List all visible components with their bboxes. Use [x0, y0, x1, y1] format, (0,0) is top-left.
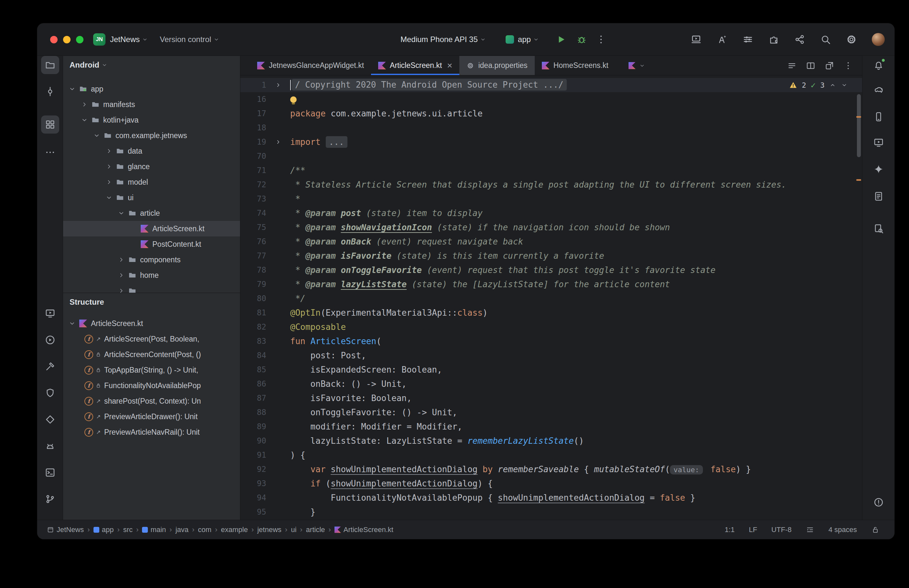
code-line-88[interactable]: 88 onToggleFavorite: () -> Unit, — [241, 405, 862, 420]
problems-icon[interactable] — [870, 493, 888, 511]
hidden-tabs-dropdown[interactable] — [628, 56, 645, 75]
structure-item-topappbar[interactable]: fTopAppBar(String, () -> Unit, — [63, 362, 240, 378]
code-line-90[interactable]: 90 lazyListState: LazyListState = rememb… — [241, 434, 862, 448]
indent-icon[interactable] — [806, 526, 814, 534]
tree-item-postcontent-kt[interactable]: PostContent.kt — [63, 236, 240, 252]
tree-item-app[interactable]: app — [63, 81, 240, 97]
code-line-79[interactable]: 79 * @param lazyListState (state) the [L… — [241, 277, 862, 291]
tree-item-glance[interactable]: glance — [63, 159, 240, 174]
device-explorer-icon[interactable] — [870, 220, 888, 238]
scrollbar-thumb[interactable] — [857, 94, 861, 157]
app-inspection-icon[interactable] — [41, 384, 59, 402]
split-editor-icon[interactable] — [806, 61, 815, 71]
ai-assistant-icon[interactable] — [717, 34, 728, 45]
tree-item-components[interactable]: components — [63, 252, 240, 268]
code-line-74[interactable]: 74 * @param post (state) item to display — [241, 206, 862, 220]
tree-item-data[interactable]: data — [63, 143, 240, 159]
chevron-right-icon[interactable] — [118, 256, 127, 263]
chevron-down-icon[interactable] — [68, 85, 78, 93]
gemini-icon[interactable] — [870, 160, 888, 178]
tabs-list-icon[interactable] — [787, 61, 797, 71]
chevron-right-icon[interactable] — [105, 163, 115, 170]
chevron-right-icon[interactable] — [105, 178, 115, 186]
chevron-down-icon[interactable] — [105, 194, 115, 202]
next-problem-icon[interactable] — [841, 81, 848, 89]
minimize-window-button[interactable] — [63, 36, 71, 44]
code-line-76[interactable]: 76 * @param onBack (event) request navig… — [241, 234, 862, 249]
project-selector[interactable]: JetNews — [110, 35, 148, 44]
breadcrumb-articlescreen-kt[interactable]: ArticleScreen.kt — [334, 526, 393, 534]
tree-item-manifests[interactable]: manifests — [63, 97, 240, 112]
line-separator[interactable]: LF — [749, 526, 757, 534]
code-line-1[interactable]: 1/ Copyright 2020 The Android Open Sourc… — [241, 78, 862, 92]
breadcrumb-java[interactable]: java — [175, 526, 188, 534]
chevron-down-icon[interactable] — [93, 132, 103, 139]
close-window-button[interactable] — [50, 36, 58, 44]
notifications-bell-icon[interactable] — [870, 56, 888, 74]
structure-item-functionalitynotavailablepop[interactable]: fFunctionalityNotAvailablePop — [63, 378, 240, 393]
code-line-85[interactable]: 85 isExpandedScreen: Boolean, — [241, 363, 862, 377]
device-streaming-icon[interactable] — [691, 34, 702, 45]
detach-editor-icon[interactable] — [825, 61, 834, 71]
structure-grid-icon[interactable] — [41, 115, 59, 134]
code-line-75[interactable]: 75 * @param showNavigationIcon (state) i… — [241, 220, 862, 234]
structure-item-sharepost[interactable]: f↗sharePost(Post, Context): Un — [63, 393, 240, 409]
breadcrumb-app[interactable]: app — [94, 526, 114, 534]
code-line-91[interactable]: 91) { — [241, 448, 862, 462]
running-devices-icon[interactable] — [41, 304, 59, 323]
chevron-right-icon[interactable] — [81, 100, 90, 108]
settings-icon[interactable] — [846, 34, 857, 45]
vcs-widget[interactable]: Version control — [160, 35, 220, 44]
chevron-right-icon[interactable] — [118, 271, 127, 279]
breadcrumb-jetnews[interactable]: jetnews — [257, 526, 281, 534]
breadcrumb-com[interactable]: com — [198, 526, 212, 534]
folded-region[interactable]: ... — [326, 136, 347, 148]
code-line-89[interactable]: 89 modifier: Modifier = Modifier, — [241, 420, 862, 434]
breadcrumb-ui[interactable]: ui — [291, 526, 296, 534]
version-control-icon[interactable] — [41, 490, 59, 508]
code-line-95[interactable]: 95 } — [241, 505, 862, 519]
tab-idea-properties[interactable]: idea.properties — [459, 56, 534, 75]
tab-articlescreen-kt[interactable]: ArticleScreen.kt× — [371, 56, 459, 75]
code-line-86[interactable]: 86 onBack: () -> Unit, — [241, 377, 862, 391]
file-encoding[interactable]: UTF-8 — [772, 526, 791, 534]
intention-bulb-icon[interactable] — [290, 96, 297, 103]
editor-scrollbar[interactable] — [856, 78, 861, 520]
code-line-18[interactable]: 18 — [241, 121, 862, 135]
run-configuration-selector[interactable]: app — [505, 35, 539, 44]
more-actions-icon[interactable] — [596, 34, 607, 45]
code-line-94[interactable]: 94 FunctionalityNotAvailablePopup { show… — [241, 491, 862, 505]
code-line-77[interactable]: 77 * @param isFavorite (state) is this i… — [241, 249, 862, 263]
structure-root-articlescreen-kt[interactable]: ArticleScreen.kt — [63, 316, 240, 331]
code-line-71[interactable]: 71/** — [241, 163, 862, 178]
tree-item-ui[interactable]: ui — [63, 190, 240, 205]
fold-arrow-icon[interactable] — [266, 139, 290, 145]
build-icon[interactable] — [41, 357, 59, 375]
unlock-icon[interactable] — [871, 526, 880, 534]
tree-item-com-example-jetnews[interactable]: com.example.jetnews — [63, 128, 240, 143]
debug-button[interactable] — [576, 34, 587, 45]
terminal-icon[interactable] — [41, 464, 59, 481]
more-tools-icon[interactable] — [41, 143, 59, 162]
commit-icon[interactable] — [41, 82, 59, 100]
device-manager-icon[interactable] — [870, 108, 888, 126]
code-line-87[interactable]: 87 isFavorite: Boolean, — [241, 391, 862, 405]
indent-setting[interactable]: 4 spaces — [828, 526, 857, 534]
fold-arrow-icon[interactable] — [266, 81, 290, 89]
chevron-down-icon[interactable] — [68, 320, 78, 327]
tree-item-article[interactable]: article — [63, 205, 240, 221]
app-insights-icon[interactable] — [870, 187, 888, 205]
breadcrumb-jetnews[interactable]: JetNews — [47, 526, 84, 534]
tab-jetnewsglanceappwidget-kt[interactable]: JetnewsGlanceAppWidget.kt — [250, 56, 371, 75]
code-line-70[interactable]: 70 — [241, 149, 862, 163]
warning-stripe-mark[interactable] — [856, 116, 861, 118]
tree-item-partial[interactable] — [63, 283, 240, 293]
structure-item-articlescreen[interactable]: f↗ArticleScreen(Post, Boolean, — [63, 331, 240, 347]
run-configurations-icon[interactable] — [743, 34, 753, 45]
user-avatar[interactable] — [872, 33, 885, 46]
code-line-80[interactable]: 80 */ — [241, 291, 862, 305]
plugins-icon[interactable] — [768, 34, 779, 45]
folded-region[interactable]: / Copyright 2020 The Android Open Source… — [292, 79, 567, 90]
structure-item-articlescreencontent[interactable]: fArticleScreenContent(Post, () — [63, 347, 240, 362]
structure-item-previewarticlenavrail[interactable]: f↗PreviewArticleNavRail(): Unit — [63, 424, 240, 440]
